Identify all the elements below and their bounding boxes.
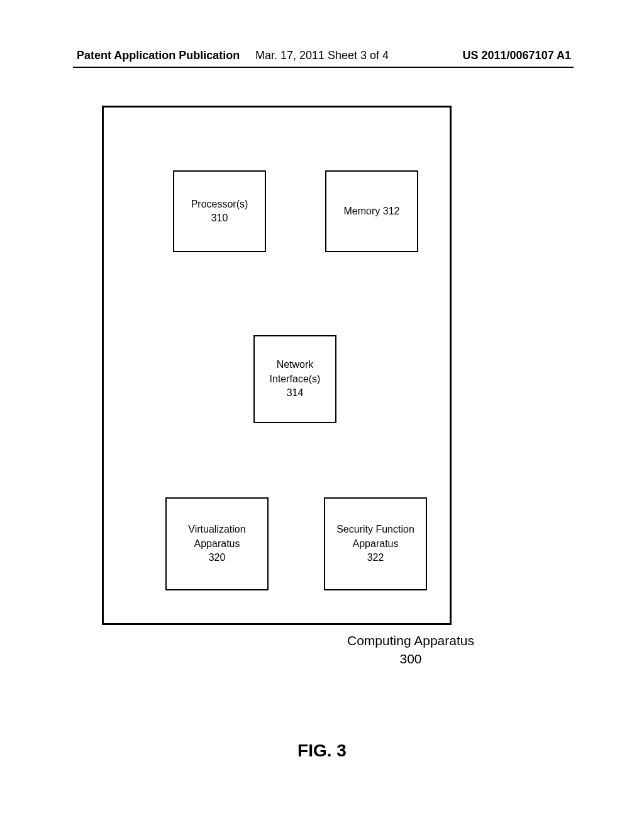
memory-title: Memory 312 — [344, 204, 400, 218]
processor-block: Processor(s) 310 — [173, 170, 266, 252]
virtualization-apparatus-block: Virtualization Apparatus 320 — [165, 497, 269, 590]
virtualization-line1: Virtualization — [188, 523, 245, 536]
computing-apparatus-container: Processor(s) 310 Memory 312 Network Inte… — [102, 106, 452, 625]
security-ref: 322 — [367, 551, 384, 565]
network-ref: 314 — [287, 386, 304, 400]
network-interface-block: Network Interface(s) 314 — [253, 335, 336, 423]
figure-label: FIG. 3 — [297, 741, 347, 761]
header-publication-label: Patent Application Publication — [77, 49, 240, 62]
virtualization-ref: 320 — [209, 551, 226, 565]
virtualization-line2: Apparatus — [194, 537, 240, 551]
security-line1: Security Function — [336, 523, 414, 536]
memory-block: Memory 312 — [325, 170, 418, 252]
apparatus-title: Computing Apparatus — [347, 631, 474, 650]
header-publication-number: US 2011/0067107 A1 — [463, 49, 571, 62]
processor-title: Processor(s) — [191, 197, 248, 211]
page-header: Patent Application Publication Mar. 17, … — [0, 49, 644, 62]
apparatus-ref: 300 — [347, 650, 474, 668]
processor-ref: 310 — [211, 211, 228, 225]
computing-apparatus-label: Computing Apparatus 300 — [347, 631, 474, 668]
header-divider — [73, 67, 574, 68]
network-line1: Network — [277, 358, 314, 372]
security-function-apparatus-block: Security Function Apparatus 322 — [324, 497, 427, 590]
network-line2: Interface(s) — [270, 372, 321, 386]
header-date-sheet: Mar. 17, 2011 Sheet 3 of 4 — [255, 49, 389, 62]
security-line2: Apparatus — [353, 537, 399, 551]
